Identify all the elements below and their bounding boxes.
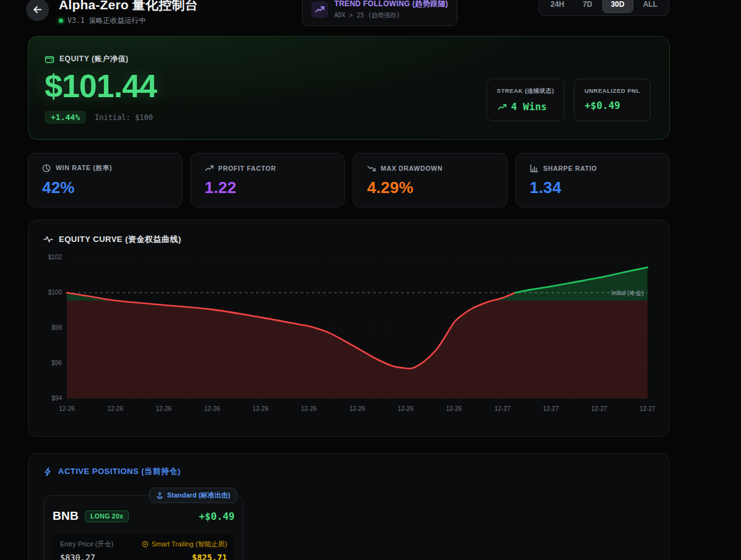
- position-symbol: BNB: [53, 509, 79, 523]
- position-card-bnb[interactable]: Standard (标准出击) BNB LONG 20x +$0.49 Entr…: [43, 495, 244, 560]
- svg-text:12-26: 12-26: [253, 405, 269, 412]
- svg-text:12-27: 12-27: [639, 405, 655, 412]
- trending-up-icon: [205, 164, 214, 173]
- trending-up-icon: [311, 1, 328, 18]
- range-btn-all[interactable]: ALL: [635, 0, 666, 13]
- stat-card-sharpe-ratio: SHARPE RATIO 1.34: [516, 153, 670, 207]
- svg-text:$100: $100: [48, 289, 63, 296]
- wallet-icon: [45, 54, 54, 64]
- svg-text:$102: $102: [48, 254, 63, 261]
- stat-label: WIN RATE (胜率): [56, 164, 112, 173]
- trending-up-icon: [497, 103, 507, 111]
- stat-value: 4.29%: [367, 178, 493, 197]
- range-btn-7d[interactable]: 7D: [574, 0, 600, 13]
- bar-chart-icon: [530, 164, 539, 173]
- stat-card-profit-factor: PROFIT FACTOR 1.22: [191, 153, 345, 207]
- stat-card-win-rate: WIN RATE (胜率) 42%: [28, 153, 183, 207]
- svg-text:12-27: 12-27: [543, 405, 559, 412]
- svg-text:$96: $96: [51, 360, 62, 366]
- unrealized-pnl-box: UNREALIZED PNL +$0.49: [574, 79, 651, 121]
- mode-badge-label: Standard (标准出击): [167, 491, 230, 500]
- positions-title: ACTIVE POSITIONS (当前持仓): [58, 466, 181, 477]
- title-block: Alpha-Zero 量化控制台 V3.1 策略正收益运行中: [59, 0, 198, 25]
- stat-label: SHARPE RATIO: [544, 165, 597, 172]
- stat-value: 1.34: [530, 178, 656, 197]
- svg-text:12-26: 12-26: [446, 405, 462, 412]
- svg-text:12-26: 12-26: [156, 405, 172, 412]
- svg-text:Initial (本金): Initial (本金): [611, 290, 644, 296]
- position-side-badge: LONG 20x: [85, 510, 129, 522]
- unrealized-pnl-label: UNREALIZED PNL: [584, 87, 640, 94]
- anchor-icon: [156, 492, 163, 499]
- status-dot: [59, 19, 63, 23]
- equity-label: EQUITY (账户净值): [59, 54, 129, 64]
- svg-text:12-26: 12-26: [349, 405, 365, 412]
- position-pnl: +$0.49: [199, 510, 235, 522]
- range-btn-30d[interactable]: 30D: [602, 0, 633, 13]
- range-btn-24h[interactable]: 24H: [542, 0, 573, 13]
- page-title: Alpha-Zero 量化控制台: [59, 0, 198, 14]
- back-button[interactable]: [26, 0, 49, 21]
- pie-chart-icon: [42, 164, 51, 173]
- unrealized-pnl-value: +$0.49: [584, 100, 620, 111]
- equity-card: EQUITY (账户净值) $101.44 +1.44% Initial: $1…: [28, 36, 670, 140]
- strategy-condition: ADX > 25 (趋势强劲): [334, 11, 448, 20]
- status-text: V3.1 策略正收益运行中: [67, 16, 146, 25]
- streak-label: STREAK (连续状态): [497, 87, 555, 95]
- svg-text:12-26: 12-26: [107, 405, 123, 412]
- strategy-name: TREND FOLLOWING (趋势跟随): [334, 0, 448, 9]
- svg-text:12-27: 12-27: [591, 405, 607, 412]
- strategy-badge[interactable]: TREND FOLLOWING (趋势跟随) ADX > 25 (趋势强劲): [302, 0, 457, 26]
- activity-icon: [43, 235, 53, 244]
- streak-value: 4 Wins: [511, 101, 547, 113]
- chart-title: EQUITY CURVE (资金权益曲线): [59, 234, 181, 245]
- equity-change-badge: +1.44%: [45, 111, 86, 124]
- svg-text:12-27: 12-27: [495, 405, 511, 412]
- stat-value: 42%: [42, 178, 168, 197]
- stat-label: PROFIT FACTOR: [219, 165, 277, 172]
- trending-down-icon: [367, 164, 376, 173]
- stat-label: MAX DRAWDOWN: [381, 165, 443, 172]
- target-icon: [142, 541, 149, 548]
- svg-text:12-26: 12-26: [301, 405, 317, 412]
- smart-trailing-label: Smart Trailing (智能止损): [152, 540, 227, 549]
- svg-text:$98: $98: [51, 324, 62, 331]
- position-detail-box: Entry Price (开仓) $830.27 Smart Trailing …: [53, 533, 235, 560]
- entry-price-value: $830.27: [60, 553, 113, 560]
- streak-box: STREAK (连续状态) 4 Wins: [487, 79, 565, 121]
- equity-initial: Initial: $100: [95, 113, 153, 122]
- stat-value: 1.22: [205, 178, 331, 197]
- svg-text:12-26: 12-26: [397, 405, 414, 412]
- equity-curve-card: EQUITY CURVE (资金权益曲线) $102$100$98$96$941…: [28, 220, 670, 437]
- mode-badge[interactable]: Standard (标准出击): [149, 488, 237, 503]
- range-selector: 24H 7D 30D ALL: [539, 0, 669, 16]
- entry-price-label: Entry Price (开仓): [60, 540, 113, 549]
- svg-text:12-26: 12-26: [204, 405, 220, 412]
- svg-text:12-26: 12-26: [59, 405, 75, 412]
- active-positions-card: ACTIVE POSITIONS (当前持仓) Standard (标准出击) …: [28, 453, 670, 560]
- smart-trailing-value[interactable]: $825.71: [142, 553, 227, 560]
- lightning-bolt-icon: [43, 467, 53, 476]
- stats-row: WIN RATE (胜率) 42% PROFIT FACTOR 1.22 MAX…: [28, 153, 670, 207]
- stat-card-max-drawdown: MAX DRAWDOWN 4.29%: [353, 153, 508, 207]
- svg-text:$94: $94: [51, 395, 62, 402]
- equity-curve-chart[interactable]: $102$100$98$96$9412-2612-2612-2612-2612-…: [43, 252, 655, 418]
- arrow-left-icon: [32, 4, 43, 15]
